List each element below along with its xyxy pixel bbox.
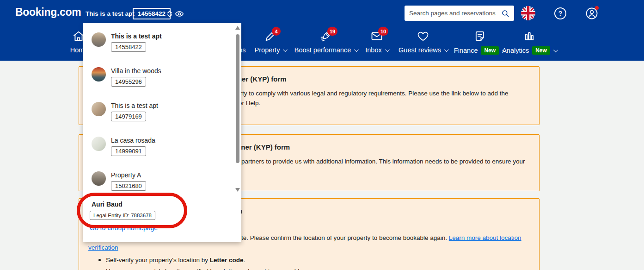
boost-badge: 19 bbox=[327, 27, 337, 36]
inbox-badge: 10 bbox=[378, 27, 388, 36]
property-thumbnail bbox=[92, 171, 106, 186]
nav-item-inbox[interactable]: 10 Inbox bbox=[361, 30, 393, 54]
property-switcher-icon[interactable] bbox=[165, 9, 174, 19]
nav-item-finance[interactable]: FinanceNew bbox=[451, 30, 509, 55]
group-owner-name: Auri Baud bbox=[92, 201, 123, 208]
scroll-down-arrow-icon[interactable] bbox=[235, 188, 240, 192]
property-thumbnail bbox=[92, 67, 106, 82]
finance-document-icon bbox=[473, 30, 486, 43]
letter-code-bold: Letter code bbox=[210, 257, 244, 264]
property-id-box: 14558422 bbox=[111, 42, 146, 52]
booking-logo[interactable]: Booking.com bbox=[15, 6, 81, 19]
nav-item-analytics[interactable]: AnalyticsNew bbox=[502, 30, 557, 55]
help-icon[interactable]: ? bbox=[554, 7, 566, 19]
scrollbar-thumb[interactable] bbox=[236, 34, 239, 163]
property-list-item[interactable]: La casa rosada 14999091 bbox=[92, 137, 226, 156]
property-id-box: 14979169 bbox=[111, 112, 146, 121]
property-thumbnail bbox=[92, 32, 106, 47]
property-list-item[interactable]: Villa in the woods 14955296 bbox=[92, 67, 226, 87]
chevron-down-icon bbox=[385, 47, 390, 52]
chevron-down-icon bbox=[283, 47, 288, 52]
property-list-item[interactable]: This is a test apt 14558422 bbox=[92, 32, 226, 52]
chevron-down-icon bbox=[553, 48, 558, 52]
chevron-down-icon bbox=[354, 47, 359, 52]
nav-item-guest-reviews[interactable]: Guest reviews bbox=[395, 30, 451, 54]
group-homepage-link[interactable]: Go to Group homepage bbox=[90, 224, 158, 232]
finance-new-badge: New bbox=[481, 46, 499, 55]
current-property-name: This is a test apt bbox=[86, 10, 135, 17]
booking-extranet-page: Action needed: Complete the Know Your Pa… bbox=[0, 0, 644, 270]
language-flag-uk[interactable] bbox=[521, 6, 535, 20]
property-id-box: 15021680 bbox=[111, 181, 146, 191]
property-thumbnail bbox=[92, 137, 106, 151]
search-input[interactable] bbox=[409, 10, 501, 17]
chevron-down-icon bbox=[444, 47, 449, 52]
alert-bullet-list: Self-verify your property's location by … bbox=[98, 255, 527, 270]
nav-item-boost-performance[interactable]: 19 Boost performance bbox=[291, 30, 361, 54]
property-id-box: 14955296 bbox=[111, 77, 146, 87]
account-menu-icon[interactable] bbox=[585, 7, 598, 20]
bullet-letter-code: Self-verify your property's location by … bbox=[98, 255, 527, 265]
account-notification-dot bbox=[595, 6, 599, 10]
property-list-item[interactable]: Property A 15021680 bbox=[92, 171, 226, 191]
nav-item-property[interactable]: 4 Property bbox=[250, 30, 291, 54]
property-thumbnail bbox=[92, 102, 106, 116]
bullet-verified-location: Have your property's location verified b… bbox=[98, 266, 527, 270]
property-badge: 4 bbox=[272, 27, 281, 36]
bar-chart-icon bbox=[523, 30, 536, 43]
heart-icon bbox=[417, 30, 429, 43]
dropdown-scrollbar[interactable] bbox=[235, 25, 240, 215]
property-list-item[interactable]: This is a test apt 14979169 bbox=[92, 102, 226, 121]
analytics-new-badge: New bbox=[532, 46, 550, 55]
scroll-up-arrow-icon[interactable] bbox=[235, 26, 240, 30]
property-id-box: 14999091 bbox=[111, 146, 146, 156]
search-icon[interactable] bbox=[501, 9, 509, 18]
global-search[interactable] bbox=[405, 6, 514, 21]
legal-entity-id-box: Legal Entity ID: 7883678 bbox=[90, 211, 155, 220]
view-property-eye-icon[interactable] bbox=[175, 9, 184, 19]
property-switcher-dropdown: This is a test apt 14558422 Villa in the… bbox=[83, 23, 241, 242]
